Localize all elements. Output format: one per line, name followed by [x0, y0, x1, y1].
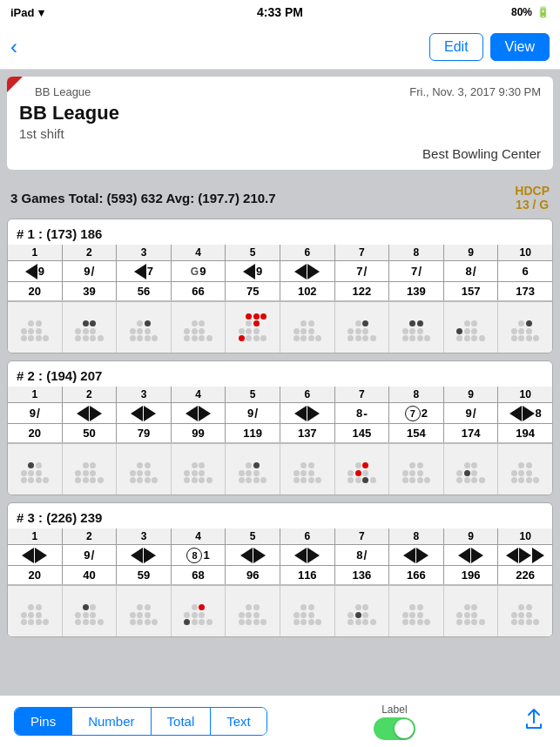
game-1-pins-row — [8, 302, 552, 353]
carrier-label: iPad — [10, 6, 34, 19]
main-content: BB League Fri., Nov. 3, 2017 9:30 PM BB … — [0, 70, 560, 695]
share-button[interactable] — [522, 707, 546, 737]
status-left: iPad ▾ — [10, 6, 44, 19]
game-1-header: 1 2 3 4 5 6 7 8 9 10 — [8, 245, 552, 261]
battery-label: 80% — [511, 6, 532, 18]
hdcp-box: HDCP 13 / G — [515, 184, 550, 212]
game-2-scores: 20 50 79 99 119 137 145 154 174 194 — [8, 424, 552, 443]
tab-number[interactable]: Number — [72, 708, 151, 735]
league-header-card: BB League Fri., Nov. 3, 2017 9:30 PM BB … — [7, 77, 553, 170]
league-top-row: BB League Fri., Nov. 3, 2017 9:30 PM — [19, 85, 541, 98]
label-toggle-area: Label — [374, 703, 415, 740]
tab-pins[interactable]: Pins — [15, 708, 72, 735]
game-1-pins — [8, 301, 552, 353]
game-1-scores: 20 39 56 66 75 102 122 139 157 173 — [8, 282, 552, 301]
time-label: 4:33 PM — [257, 5, 303, 19]
game-1-label: # 1 : (173) 186 — [8, 219, 552, 245]
game-2-pins — [8, 443, 552, 495]
game-3-pins — [8, 585, 552, 636]
view-button[interactable]: View — [490, 33, 550, 61]
game-1-section: # 1 : (173) 186 1 2 3 4 5 6 7 8 9 10 9 9… — [7, 219, 553, 353]
battery-icon: 🔋 — [536, 6, 550, 18]
league-date: Fri., Nov. 3, 2017 9:30 PM — [409, 85, 541, 98]
status-right: 80% 🔋 — [511, 6, 550, 18]
edit-button[interactable]: Edit — [429, 33, 483, 61]
summary-text: 3 Games Total: (593) 632 Avg: (197.7) 21… — [10, 191, 276, 205]
game-3-balls: 9/ 81 8/ — [8, 545, 552, 566]
hdcp-value: 13 / G — [515, 198, 550, 212]
game-2-pins-row — [8, 444, 552, 495]
wifi-icon: ▾ — [38, 6, 44, 19]
label-toggle[interactable] — [374, 717, 415, 740]
game-3-header: 1 2 3 4 5 6 7 8 9 10 — [8, 528, 552, 545]
game-3-pins-row — [8, 586, 552, 636]
hdcp-label: HDCP — [515, 184, 550, 198]
game-2-label: # 2 : (194) 207 — [8, 361, 552, 387]
game-3-label: # 3 : (226) 239 — [8, 503, 552, 528]
tab-total[interactable]: Total — [152, 708, 212, 735]
tab-text[interactable]: Text — [211, 708, 267, 735]
nav-bar: ‹ Edit View — [0, 24, 560, 70]
league-shift: 1st shift — [19, 126, 541, 141]
game-1-balls: 9 9/ 7 G9 9 7/ 7/ 8/ 6 — [8, 261, 552, 282]
game-3-scores: 20 40 59 68 96 116 136 166 196 226 — [8, 566, 552, 585]
status-bar: iPad ▾ 4:33 PM 80% 🔋 — [0, 0, 560, 24]
league-center: Best Bowling Center — [19, 146, 541, 161]
bottom-bar: Pins Number Total Text Label — [0, 695, 560, 747]
toggle-thumb — [395, 719, 414, 738]
game-2-section: # 2 : (194) 207 1 2 3 4 5 6 7 8 9 10 9/ … — [7, 360, 553, 495]
league-name-small: BB League — [35, 85, 91, 98]
game-3-section: # 3 : (226) 239 1 2 3 4 5 6 7 8 9 10 9/ … — [7, 502, 553, 637]
tab-group: Pins Number Total Text — [14, 707, 267, 736]
game-2-header: 1 2 3 4 5 6 7 8 9 10 — [8, 387, 552, 403]
league-title: BB League — [19, 102, 541, 124]
back-button[interactable]: ‹ — [10, 30, 26, 64]
summary-row: 3 Games Total: (593) 632 Avg: (197.7) 21… — [7, 177, 553, 219]
nav-buttons: Edit View — [429, 33, 550, 61]
game-2-balls: 9/ 9/ 8 - 72 9/ 8 — [8, 403, 552, 424]
label-toggle-label: Label — [381, 703, 407, 716]
